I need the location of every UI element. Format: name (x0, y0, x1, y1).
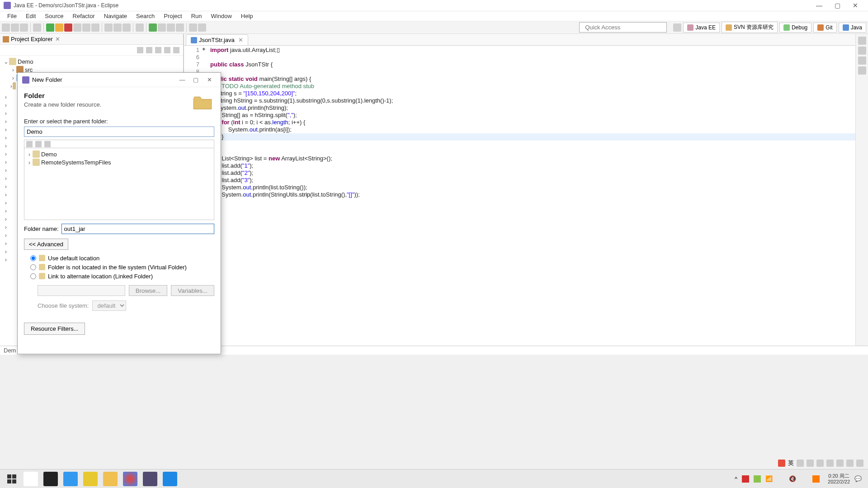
menu-search[interactable]: Search (132, 12, 159, 20)
window-close-button[interactable]: ✕ (846, 0, 864, 11)
linked-folder-radio[interactable]: Link to alternate location (Linked Folde… (30, 272, 214, 281)
variables-button[interactable]: Variables... (171, 285, 214, 296)
search-icon[interactable] (136, 23, 144, 32)
run-play-icon[interactable] (149, 23, 157, 32)
step-into-icon[interactable] (91, 23, 99, 32)
ime-lang[interactable]: 英 (788, 459, 794, 467)
nav-fwd-icon[interactable] (198, 23, 206, 32)
browse-button[interactable]: Browse... (129, 285, 168, 296)
file-explorer-icon[interactable] (103, 472, 118, 486)
security-icon[interactable] (742, 475, 749, 483)
notification-icon[interactable]: 💬 (854, 475, 862, 483)
dialog-close-button[interactable]: ✕ (203, 74, 216, 86)
fwd-icon[interactable] (44, 141, 51, 147)
volume-icon[interactable]: 🔇 (789, 475, 796, 483)
search-taskbar-icon[interactable] (24, 472, 38, 486)
ime-punct-icon[interactable] (797, 460, 804, 467)
collapse-all-icon[interactable] (137, 47, 143, 53)
ime-tray-icon[interactable] (801, 475, 808, 483)
eclipse-taskbar-icon[interactable] (143, 472, 157, 486)
chrome-icon[interactable] (123, 472, 137, 486)
app1-icon[interactable] (43, 472, 58, 486)
debug-bug-icon[interactable] (158, 23, 166, 32)
step-over-icon[interactable] (82, 23, 90, 32)
perspective-git[interactable]: Git (813, 23, 836, 33)
ext-tools-icon[interactable] (167, 23, 175, 32)
ime-keyboard-icon[interactable] (826, 460, 834, 467)
ime-menu-icon[interactable] (856, 460, 863, 467)
menu-refactor[interactable]: Refactor (68, 12, 99, 20)
tasklist-icon[interactable] (858, 47, 866, 55)
link-editor-icon[interactable] (146, 47, 152, 53)
resource-filters-button[interactable]: Resource Filters... (24, 323, 85, 335)
dropdown-icon[interactable] (176, 23, 184, 32)
sogou-tray-icon[interactable] (812, 475, 820, 483)
network-icon[interactable]: 📶 (765, 475, 773, 483)
parent-folder-input[interactable] (24, 127, 214, 137)
perspective-svn[interactable]: SVN 资源库研究 (722, 22, 778, 33)
ime-toolbox-icon[interactable] (846, 460, 854, 467)
tree-remote[interactable]: ›RemoteSystemsTempFiles (26, 158, 212, 166)
view-menu-icon[interactable] (155, 47, 161, 53)
properties-icon[interactable] (858, 66, 866, 75)
tab-close-icon[interactable]: ✕ (238, 37, 243, 43)
menu-run[interactable]: Run (187, 12, 207, 20)
tree-demo[interactable]: ›Demo (26, 150, 212, 158)
menu-source[interactable]: Source (40, 12, 68, 20)
minimize-button[interactable]: — (810, 0, 828, 11)
taskbar-clock[interactable]: 0:20 周二2022/2/22 (828, 473, 850, 485)
open-perspective-icon[interactable] (673, 23, 681, 32)
editor-tab-jsontstr[interactable]: JsonTStr.java ✕ (186, 34, 248, 45)
dialog-minimize-button[interactable]: — (175, 74, 189, 86)
outline-icon[interactable] (858, 37, 866, 45)
class-icon[interactable] (113, 23, 122, 32)
quick-access-input[interactable] (579, 22, 667, 33)
sync-icon[interactable] (754, 475, 761, 483)
stop-icon[interactable] (64, 23, 72, 32)
step-icon[interactable] (73, 23, 81, 32)
home-icon[interactable] (26, 141, 33, 147)
start-button[interactable] (7, 474, 16, 483)
dialog-maximize-button[interactable]: ▢ (189, 74, 203, 86)
use-default-radio[interactable]: Use default location (30, 253, 214, 263)
virtual-folder-radio[interactable]: Folder is not located in the file system… (30, 263, 214, 272)
menu-help[interactable]: Help (236, 12, 258, 20)
minimize-view-icon[interactable] (164, 47, 170, 53)
perspective-java[interactable]: Java (839, 23, 866, 33)
debug-icon[interactable] (55, 23, 63, 32)
app2-icon[interactable] (83, 472, 98, 486)
app3-icon[interactable] (163, 472, 177, 486)
tray-chevron-icon[interactable]: ^ (735, 475, 737, 482)
saveall-icon[interactable] (20, 23, 28, 32)
ime-emoji-icon[interactable] (807, 460, 814, 467)
new-icon[interactable] (2, 23, 10, 32)
advanced-button[interactable]: << Advanced (24, 239, 68, 250)
maximize-button[interactable]: ▢ (828, 0, 846, 11)
build-icon[interactable] (33, 23, 41, 32)
run-icon[interactable] (46, 23, 54, 32)
markers-icon[interactable] (858, 56, 866, 65)
dialog-folder-tree[interactable]: ›Demo ›RemoteSystemsTempFiles (24, 148, 214, 220)
menu-edit[interactable]: Edit (21, 12, 40, 20)
server-icon[interactable] (123, 23, 131, 32)
menu-navigate[interactable]: Navigate (99, 12, 132, 20)
ime-voice-icon[interactable] (816, 460, 824, 467)
perspective-javaee[interactable]: Java EE (683, 23, 720, 33)
nav-back-icon[interactable] (189, 23, 197, 32)
package-icon[interactable] (104, 23, 113, 32)
tree-project[interactable]: ⌄Demo (2, 57, 181, 66)
sogou-icon[interactable] (778, 460, 785, 467)
menu-project[interactable]: Project (159, 12, 186, 20)
dialog-titlebar[interactable]: New Folder — ▢ ✕ (18, 73, 221, 87)
file-system-select[interactable]: default (92, 300, 126, 311)
close-icon[interactable]: ✕ (55, 36, 60, 42)
code-text[interactable]: import java.util.ArrayList;▯ public clas… (208, 46, 855, 346)
maximize-view-icon[interactable] (173, 47, 179, 53)
ime-skin-icon[interactable] (836, 460, 844, 467)
save-icon[interactable] (11, 23, 19, 32)
project-explorer-tab[interactable]: Project Explorer ✕ (0, 34, 183, 45)
wifi-icon[interactable] (777, 475, 784, 483)
code-editor[interactable]: 1678910111213141516 + - import java.util… (184, 46, 855, 346)
edge-icon[interactable] (63, 472, 78, 486)
back-icon[interactable] (35, 141, 42, 147)
